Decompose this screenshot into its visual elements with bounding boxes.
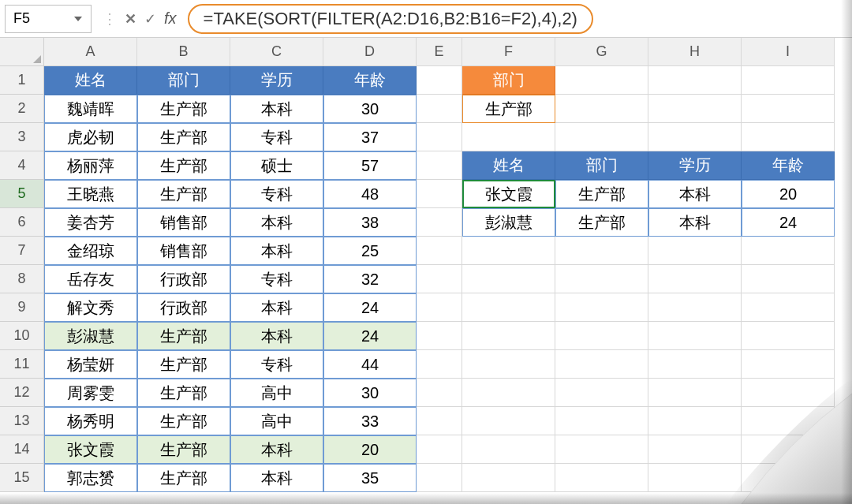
row-header[interactable]: 15: [0, 464, 44, 492]
row-header[interactable]: 1: [0, 66, 44, 95]
cell[interactable]: 硕士: [230, 151, 323, 180]
cell[interactable]: [417, 407, 462, 435]
cell[interactable]: 本科: [230, 95, 323, 123]
cell[interactable]: 专科: [230, 180, 323, 208]
cell[interactable]: [417, 293, 462, 322]
table-header-cell[interactable]: 年龄: [323, 66, 417, 95]
cell[interactable]: [462, 407, 555, 435]
row-header[interactable]: 7: [0, 237, 44, 265]
cell[interactable]: [417, 379, 462, 407]
table-header-cell[interactable]: 姓名: [44, 66, 137, 95]
result-header-cell[interactable]: 部门: [555, 151, 648, 180]
cell[interactable]: [417, 151, 462, 180]
cell[interactable]: [555, 293, 648, 322]
row-header[interactable]: 10: [0, 322, 44, 350]
row-header[interactable]: 4: [0, 151, 44, 180]
row-header[interactable]: 2: [0, 95, 44, 123]
cell[interactable]: [555, 66, 648, 95]
col-header[interactable]: A: [44, 38, 137, 66]
cell[interactable]: 生产部: [137, 95, 230, 123]
cell[interactable]: 本科: [648, 180, 742, 208]
cell[interactable]: 高中: [230, 379, 323, 407]
cell[interactable]: [555, 322, 648, 350]
filter-value-cell[interactable]: 生产部: [462, 95, 555, 123]
accept-icon[interactable]: ✓: [144, 10, 156, 28]
cell[interactable]: [742, 66, 835, 95]
cell[interactable]: [555, 95, 648, 123]
cell[interactable]: [462, 322, 555, 350]
filter-header-cell[interactable]: 部门: [462, 66, 555, 95]
cell[interactable]: [417, 350, 462, 379]
col-header[interactable]: I: [742, 38, 835, 66]
cell[interactable]: [648, 66, 742, 95]
cell[interactable]: 生产部: [137, 407, 230, 435]
cell[interactable]: [742, 407, 835, 435]
cell[interactable]: 生产部: [137, 123, 230, 151]
cell[interactable]: 57: [323, 151, 417, 180]
cell[interactable]: [742, 379, 835, 407]
cell[interactable]: 24: [323, 322, 417, 350]
cell[interactable]: [648, 322, 742, 350]
cell[interactable]: [648, 435, 742, 464]
cell[interactable]: 解文秀: [44, 293, 137, 322]
cell[interactable]: [742, 435, 835, 464]
cell[interactable]: 专科: [230, 350, 323, 379]
cell[interactable]: 本科: [648, 208, 742, 237]
cell[interactable]: 44: [323, 350, 417, 379]
col-header[interactable]: E: [417, 38, 462, 66]
cell[interactable]: [648, 237, 742, 265]
cell[interactable]: 金绍琼: [44, 237, 137, 265]
cell[interactable]: 本科: [230, 237, 323, 265]
cell[interactable]: [417, 66, 462, 95]
cell[interactable]: 本科: [230, 464, 323, 492]
cell[interactable]: [555, 464, 648, 492]
cell[interactable]: 姜杏芳: [44, 208, 137, 237]
cell[interactable]: 生产部: [137, 350, 230, 379]
cell[interactable]: [417, 123, 462, 151]
cell[interactable]: [648, 379, 742, 407]
cell[interactable]: [417, 265, 462, 293]
select-all-corner[interactable]: [0, 38, 44, 66]
cell[interactable]: 生产部: [137, 151, 230, 180]
cell[interactable]: 24: [742, 208, 835, 237]
cell[interactable]: 生产部: [137, 379, 230, 407]
cell[interactable]: [555, 265, 648, 293]
cell[interactable]: 24: [323, 293, 417, 322]
row-header[interactable]: 5: [0, 180, 44, 208]
row-header[interactable]: 8: [0, 265, 44, 293]
name-box[interactable]: F5: [5, 5, 92, 33]
cell[interactable]: 岳存友: [44, 265, 137, 293]
cell[interactable]: [417, 180, 462, 208]
active-cell[interactable]: 张文霞: [462, 180, 555, 208]
cell[interactable]: [462, 293, 555, 322]
cell[interactable]: [742, 95, 835, 123]
cell[interactable]: [648, 123, 742, 151]
cell[interactable]: 生产部: [555, 180, 648, 208]
cell[interactable]: 37: [323, 123, 417, 151]
cell[interactable]: 本科: [230, 208, 323, 237]
cell[interactable]: 郭志赟: [44, 464, 137, 492]
cell[interactable]: [462, 435, 555, 464]
cell[interactable]: [462, 379, 555, 407]
row-header[interactable]: 3: [0, 123, 44, 151]
cell[interactable]: 行政部: [137, 265, 230, 293]
cell[interactable]: 张文霞: [44, 435, 137, 464]
cell[interactable]: 虎必韧: [44, 123, 137, 151]
cell[interactable]: 20: [742, 180, 835, 208]
cell[interactable]: 高中: [230, 407, 323, 435]
cell[interactable]: 生产部: [137, 435, 230, 464]
cell[interactable]: 生产部: [137, 464, 230, 492]
cell[interactable]: [462, 265, 555, 293]
cell[interactable]: [417, 435, 462, 464]
spreadsheet-grid[interactable]: 1 2 3 4 5 6 7 8 9 10 11 12 13 14 15 A B …: [0, 38, 852, 492]
col-header[interactable]: B: [137, 38, 230, 66]
cell[interactable]: 本科: [230, 322, 323, 350]
row-header[interactable]: 9: [0, 293, 44, 322]
cell[interactable]: [417, 95, 462, 123]
cell[interactable]: [417, 322, 462, 350]
cell[interactable]: 32: [323, 265, 417, 293]
cell[interactable]: [417, 208, 462, 237]
cell[interactable]: 行政部: [137, 293, 230, 322]
cell[interactable]: 30: [323, 379, 417, 407]
cell[interactable]: [555, 350, 648, 379]
